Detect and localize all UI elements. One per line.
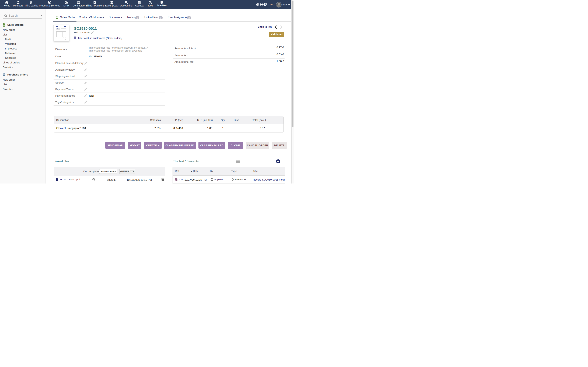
svg-text:?: ? <box>264 3 266 6</box>
